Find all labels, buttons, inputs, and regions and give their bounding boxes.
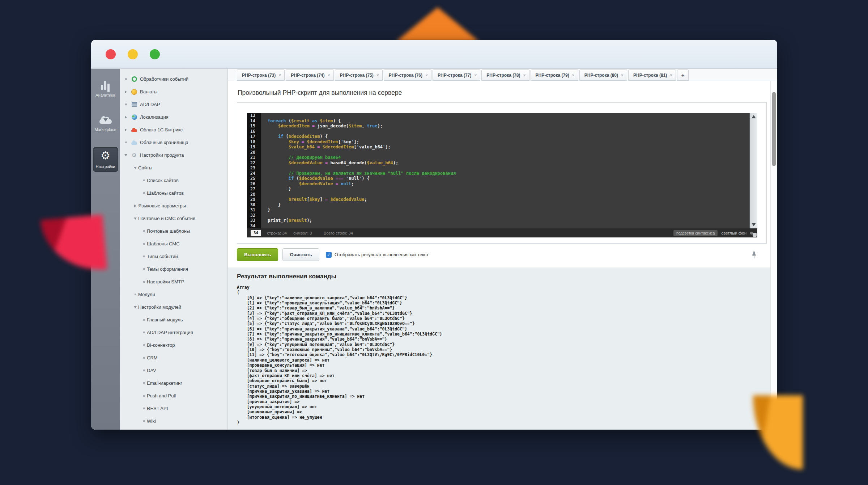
tab-close-icon[interactable]: × (327, 73, 330, 78)
tab-php-row[interactable]: PHP-строка (79)× (531, 69, 578, 81)
new-tab-button[interactable]: + (677, 69, 689, 81)
window-control-minimize[interactable] (128, 49, 138, 59)
bullet-icon (141, 192, 147, 194)
tab-close-icon[interactable]: × (278, 73, 281, 78)
sidebar-item[interactable]: Настройки модулей (120, 301, 227, 313)
handlers-icon (131, 76, 137, 83)
scroll-up-icon[interactable] (752, 115, 756, 118)
code-line: 26 $decodedValue = null; (247, 181, 749, 187)
pin-icon[interactable] (752, 251, 757, 261)
current-line-badge: 34 (251, 230, 261, 236)
tab-close-icon[interactable]: × (523, 73, 526, 78)
sidebar-item[interactable]: Локализация (120, 111, 227, 123)
rail-item-marketplace[interactable]: Marketplace (93, 113, 118, 135)
tab-close-icon[interactable]: × (474, 73, 477, 78)
sidebar-item[interactable]: Облачные хранилища (120, 136, 227, 149)
sidebar-item[interactable]: CRM (120, 351, 227, 364)
cloud-download-icon (99, 119, 112, 124)
sidebar-item[interactable]: Типы событий (120, 250, 227, 263)
resize-grip-icon[interactable] (753, 233, 757, 237)
tab-close-icon[interactable]: × (621, 73, 624, 78)
scroll-down-icon[interactable] (752, 223, 756, 226)
sidebar-item[interactable]: Настройки SMTP (120, 275, 227, 288)
chevron-right-icon[interactable] (123, 90, 129, 93)
sidebar-item[interactable]: Главный модуль (120, 313, 227, 326)
code-editor[interactable]: 1314foreach ($result as $item) {15 $deco… (247, 113, 757, 237)
code-line: 21 // Декодируем base64 (247, 155, 749, 160)
sidebar-item[interactable]: Облако 1С-Битрикс (120, 123, 227, 136)
sidebar-item[interactable]: Шаблоны СМС (120, 237, 227, 250)
chevron-right-icon[interactable] (123, 128, 129, 131)
run-button[interactable]: Выполнить (237, 248, 278, 261)
tab-php-row[interactable]: PHP-строка (78)× (481, 69, 529, 81)
sidebar-item[interactable]: Wiki (120, 415, 227, 427)
sidebar-item[interactable]: Push and Pull (120, 389, 227, 402)
execution-result-section: Результат выполнения команды Array ( [0]… (228, 267, 770, 430)
sidebar-item[interactable]: ⚙Настройки продукта (120, 149, 227, 161)
sidebar-item[interactable]: Сайты (120, 161, 227, 174)
syntax-highlight-button[interactable]: подсветка синтаксиса (673, 230, 718, 236)
tab-php-row[interactable]: PHP-строка (81)× (628, 69, 676, 81)
sidebar-item[interactable]: AD/LDAP (120, 98, 227, 111)
code-line: 33print_r($result); (247, 218, 749, 223)
editor-scrollbar[interactable] (749, 113, 757, 228)
tab-close-icon[interactable]: × (376, 73, 379, 78)
chevron-down-icon[interactable] (123, 154, 129, 156)
chevron-right-icon[interactable] (132, 204, 138, 207)
sidebar-item[interactable]: Шаблоны сайтов (120, 187, 227, 199)
tab-close-icon[interactable]: × (425, 73, 428, 78)
bullet-icon (123, 104, 129, 105)
execution-result-output: Array ( [0] => {"key":"наличие_целевого_… (237, 285, 770, 425)
code-area[interactable]: 1314foreach ($result as $item) {15 $deco… (247, 113, 749, 228)
sidebar-item[interactable]: Почтовые и СМС события (120, 212, 227, 225)
tab-php-row[interactable]: PHP-строка (76)× (384, 69, 431, 81)
bullet-icon (141, 268, 147, 270)
gear-icon: ⚙ (131, 152, 137, 159)
code-line: 18 $key = $decodedItem['key']; (247, 139, 749, 145)
sidebar-item[interactable]: AD/LDAP интеграция (120, 326, 227, 339)
tab-php-row[interactable]: PHP-строка (80)× (579, 69, 627, 81)
chevron-right-icon[interactable] (123, 116, 129, 119)
rail-item-аналитика[interactable]: Аналитика (93, 78, 118, 100)
tab-close-icon[interactable]: × (670, 73, 672, 78)
sidebar-item[interactable]: Языковые параметры (120, 199, 227, 212)
bullet-icon (141, 180, 147, 181)
sidebar-item[interactable]: Модули (120, 288, 227, 301)
sidebar-item[interactable]: Почтовые шаблоны (120, 225, 227, 237)
sidebar-item[interactable]: Обработчики событий (120, 73, 227, 85)
window-control-close[interactable] (106, 49, 116, 59)
sidebar-item[interactable]: Валюты (120, 85, 227, 98)
rail-item-настройки[interactable]: ⚙Настройки (93, 147, 118, 172)
decor-red-wedge (41, 215, 107, 275)
tab-php-row[interactable]: PHP-строка (75)× (335, 69, 383, 81)
light-background-toggle[interactable]: светлый фон (721, 231, 746, 235)
sidebar-item[interactable]: Темы оформления (120, 263, 227, 275)
window-control-zoom[interactable] (150, 49, 160, 59)
sidebar-item[interactable]: Email-маркетинг (120, 377, 227, 389)
actions-row: Выполнить Очистить ✓ Отображать результа… (237, 248, 767, 261)
sidebar-item[interactable]: BI-коннектор (120, 339, 227, 351)
checkbox-display-as-text[interactable]: ✓ (326, 252, 332, 258)
sidebar-item[interactable]: DAV (120, 364, 227, 377)
code-line: 32 (247, 213, 749, 218)
sidebar-item[interactable]: REST API (120, 402, 227, 415)
tab-close-icon[interactable]: × (572, 73, 575, 78)
window-titlebar (91, 40, 777, 69)
bullet-icon (141, 344, 147, 346)
bullet-icon (141, 370, 147, 371)
main-scrollbar-thumb[interactable] (772, 92, 776, 166)
code-line: 23 (247, 165, 749, 171)
window-controls (106, 49, 160, 59)
bullet-icon (141, 281, 147, 283)
tab-php-row[interactable]: PHP-строка (77)× (433, 69, 480, 81)
chevron-down-icon[interactable] (132, 167, 138, 169)
currency-icon (131, 89, 137, 95)
sidebar-item[interactable]: Список сайтов (120, 174, 227, 187)
tab-php-row[interactable]: PHP-строка (73)× (237, 69, 285, 81)
chevron-down-icon[interactable] (132, 306, 138, 308)
chevron-down-icon[interactable] (132, 218, 138, 220)
tab-php-row[interactable]: PHP-строка (74)× (286, 69, 333, 81)
code-line: 24 // Проверяем, не является ли значение… (247, 171, 749, 176)
main-scrollbar[interactable] (770, 81, 777, 430)
clear-button[interactable]: Очистить (282, 248, 319, 261)
